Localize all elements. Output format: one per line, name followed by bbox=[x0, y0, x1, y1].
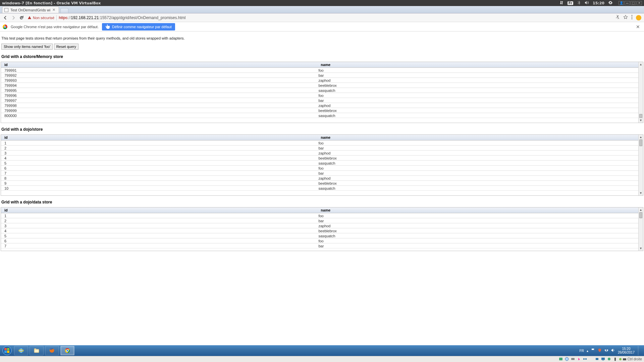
scroll-thumb[interactable] bbox=[639, 139, 642, 146]
vbox-hd-icon[interactable] bbox=[571, 357, 575, 362]
show-desktop-button[interactable] bbox=[638, 346, 641, 355]
scroll-down-icon[interactable]: ▼ bbox=[639, 118, 643, 123]
col-id-header[interactable]: id bbox=[1, 63, 319, 67]
vbox-host-key[interactable]: Ctrl droite bbox=[619, 357, 642, 361]
grid3-scrollbar[interactable]: ▲ ▼ bbox=[638, 207, 643, 251]
grid2-scrollbar[interactable]: ▲ ▼ bbox=[638, 135, 643, 195]
grid2-body[interactable]: 1foo2bar3zaphod4beeblebrox5sasquatch6foo… bbox=[1, 140, 643, 195]
tray-volume-icon[interactable] bbox=[611, 348, 615, 353]
table-row[interactable]: 799999beeblebrox bbox=[1, 108, 638, 113]
table-row[interactable]: 799993zaphod bbox=[1, 78, 638, 83]
profile-avatar-icon[interactable] bbox=[636, 15, 641, 20]
table-row[interactable]: 799991foo bbox=[1, 68, 638, 73]
table-row[interactable]: 799994beeblebrox bbox=[1, 83, 638, 88]
start-button[interactable] bbox=[1, 346, 13, 355]
tray-clock[interactable]: 15:20 26/06/2017 bbox=[618, 347, 635, 354]
insecure-badge[interactable]: Non sécurisé bbox=[28, 16, 54, 20]
table-row[interactable]: 799992bar bbox=[1, 73, 638, 78]
grid1-body[interactable]: 799991foo799992bar799993zaphod799994beeb… bbox=[1, 68, 643, 123]
table-row[interactable]: 5sasquatch bbox=[1, 161, 638, 166]
new-tab-button[interactable] bbox=[60, 8, 68, 13]
vbox-disk-icon[interactable] bbox=[559, 357, 563, 362]
table-row[interactable]: 1foo bbox=[1, 140, 638, 145]
scroll-down-icon[interactable]: ▼ bbox=[639, 246, 643, 251]
table-row[interactable]: 4beeblebrox bbox=[1, 156, 638, 161]
table-row[interactable]: 8zaphod bbox=[1, 176, 638, 181]
col-name-header[interactable]: name bbox=[319, 208, 643, 212]
vbox-display-icon[interactable] bbox=[601, 357, 605, 362]
close-infobar-icon[interactable]: ✕ bbox=[635, 24, 641, 29]
table-row[interactable]: 4beeblebrox bbox=[1, 228, 638, 233]
table-row[interactable]: 799996foo bbox=[1, 93, 638, 98]
table-row[interactable]: 6foo bbox=[1, 238, 638, 243]
translate-icon[interactable] bbox=[615, 15, 620, 20]
table-row[interactable]: 3zaphod bbox=[1, 150, 638, 156]
minimize-button[interactable]: — bbox=[625, 1, 630, 5]
chrome-menu-icon[interactable] bbox=[631, 15, 633, 20]
close-button[interactable]: ✕ bbox=[637, 1, 642, 5]
grid1-scrollbar[interactable]: ▲ ▼ bbox=[638, 62, 643, 123]
table-row[interactable]: 7bar bbox=[1, 171, 638, 176]
table-row[interactable]: 800000sasquatch bbox=[1, 113, 638, 118]
vbox-usb-icon[interactable] bbox=[589, 357, 593, 362]
host-clock[interactable]: 15:20 bbox=[593, 1, 604, 5]
forward-button[interactable] bbox=[11, 15, 16, 20]
table-row[interactable]: 10sasquatch bbox=[1, 186, 638, 191]
table-row[interactable]: 799995sasquatch bbox=[1, 88, 638, 93]
col-id-header[interactable]: id bbox=[1, 208, 319, 212]
task-explorer[interactable] bbox=[30, 346, 44, 355]
table-row[interactable]: 2bar bbox=[1, 145, 638, 150]
reload-button[interactable] bbox=[19, 15, 24, 20]
network-icon[interactable] bbox=[559, 1, 564, 6]
back-button[interactable] bbox=[3, 15, 8, 20]
table-row[interactable]: 3zaphod bbox=[1, 223, 638, 228]
tray-flag-icon[interactable] bbox=[591, 348, 595, 353]
scroll-up-icon[interactable]: ▲ bbox=[639, 207, 643, 212]
task-ie[interactable] bbox=[14, 346, 28, 355]
scroll-up-icon[interactable]: ▲ bbox=[639, 62, 643, 67]
volume-icon[interactable] bbox=[585, 1, 589, 6]
table-row[interactable]: 799997bar bbox=[1, 98, 638, 103]
reset-query-button[interactable]: Reset query bbox=[54, 44, 78, 50]
table-row[interactable]: 6foo bbox=[1, 166, 638, 171]
task-firefox[interactable] bbox=[45, 346, 59, 355]
task-chrome[interactable] bbox=[60, 346, 74, 355]
vbox-mouse-icon[interactable] bbox=[613, 357, 617, 362]
page-viewport[interactable]: This test page tests stores that return … bbox=[0, 32, 644, 345]
scroll-down-icon[interactable]: ▼ bbox=[639, 191, 643, 195]
close-tab-icon[interactable]: ✕ bbox=[52, 8, 55, 12]
bluetooth-icon[interactable] bbox=[577, 1, 581, 6]
scroll-thumb[interactable] bbox=[639, 114, 642, 118]
address-bar[interactable]: Non sécurisé https://192.168.221.21:1557… bbox=[27, 15, 612, 20]
table-row[interactable]: 7bar bbox=[1, 243, 638, 248]
tray-lang[interactable]: FR bbox=[580, 349, 584, 353]
vbox-shared-icon[interactable] bbox=[595, 357, 599, 362]
table-row[interactable]: 5sasquatch bbox=[1, 233, 638, 238]
gear-icon[interactable] bbox=[608, 1, 612, 6]
scroll-thumb[interactable] bbox=[639, 212, 642, 218]
set-default-browser-button[interactable]: Définir comme navigateur par défaut bbox=[102, 23, 175, 31]
tray-shield-icon[interactable] bbox=[598, 348, 602, 353]
user-indicator-icon[interactable]: 👤 bbox=[619, 1, 624, 5]
win7-systray[interactable]: FR ▴ 15:20 26/06/2017 bbox=[580, 346, 643, 355]
filter-foo-button[interactable]: Show only items named 'foo' bbox=[1, 44, 53, 50]
table-row[interactable]: 2bar bbox=[1, 218, 638, 223]
vbox-recording-icon[interactable] bbox=[607, 357, 611, 362]
maximize-button[interactable]: □ bbox=[631, 1, 636, 5]
tray-chev-icon[interactable]: ▴ bbox=[587, 349, 588, 353]
vbox-net-icon[interactable] bbox=[583, 357, 587, 362]
scroll-up-icon[interactable]: ▲ bbox=[639, 135, 643, 139]
col-name-header[interactable]: name bbox=[319, 135, 643, 139]
keyboard-layout-indicator[interactable]: Fr bbox=[568, 1, 573, 5]
bookmark-star-icon[interactable] bbox=[623, 15, 628, 20]
col-id-header[interactable]: id bbox=[1, 135, 319, 139]
grid3-body[interactable]: 1foo2bar3zaphod4beeblebrox5sasquatch6foo… bbox=[1, 213, 643, 251]
col-name-header[interactable]: name bbox=[319, 63, 643, 67]
tray-network-icon[interactable] bbox=[604, 348, 608, 353]
table-row[interactable]: 1foo bbox=[1, 213, 638, 218]
table-row[interactable]: 9beeblebrox bbox=[1, 181, 638, 186]
vbox-optical-icon[interactable] bbox=[565, 357, 569, 362]
table-row[interactable]: 799998zaphod bbox=[1, 103, 638, 108]
vbox-audio-icon[interactable] bbox=[577, 357, 581, 362]
browser-tab[interactable]: Test OnDemandGrids wi ✕ bbox=[2, 6, 59, 13]
